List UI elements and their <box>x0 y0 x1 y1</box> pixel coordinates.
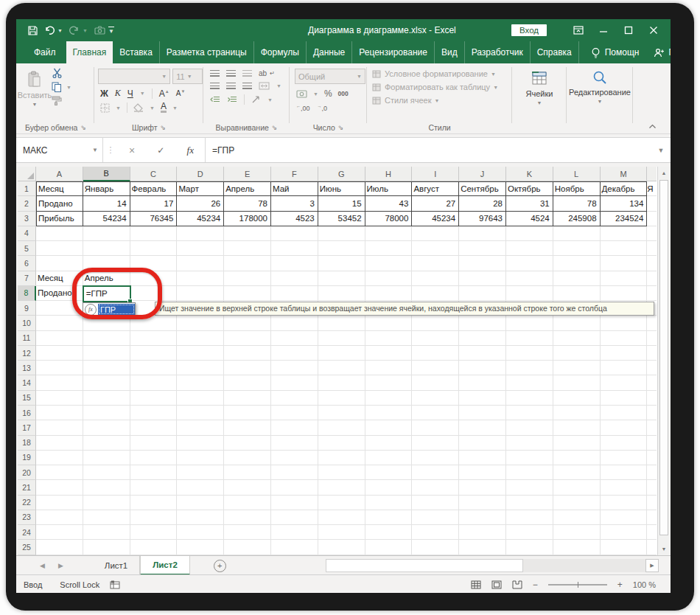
column-header-A[interactable]: A <box>36 167 83 181</box>
cell-I10[interactable] <box>412 316 459 330</box>
cell-C21[interactable] <box>130 480 178 495</box>
cell-J23[interactable] <box>459 510 506 525</box>
cell-E2[interactable]: 78 <box>224 196 271 211</box>
cell-J1[interactable]: Сентябрь <box>459 181 506 196</box>
cell-B25[interactable] <box>83 540 130 555</box>
cell-L10[interactable] <box>553 316 601 330</box>
align-top-icon[interactable] <box>210 70 220 77</box>
cell-H4[interactable] <box>365 226 413 241</box>
column-header-J[interactable]: J <box>459 167 506 181</box>
row-header-3[interactable]: 3 <box>18 212 36 226</box>
cell-I18[interactable] <box>412 436 459 451</box>
cell-J17[interactable] <box>459 420 506 435</box>
cell-D3[interactable]: 45234 <box>177 212 224 226</box>
column-header-H[interactable]: H <box>365 167 413 181</box>
cell-A2[interactable]: Продано <box>36 196 83 211</box>
cell-B14[interactable] <box>83 375 130 390</box>
cell-H25[interactable] <box>365 540 413 555</box>
cell-B2[interactable]: 14 <box>83 196 130 211</box>
cell-L23[interactable] <box>553 510 601 525</box>
cell-H15[interactable] <box>365 391 413 406</box>
cell-E10[interactable] <box>224 316 271 330</box>
cell-I3[interactable]: 45234 <box>412 212 459 226</box>
cell-D16[interactable] <box>177 406 224 420</box>
cell-D14[interactable] <box>177 375 224 390</box>
cell-K16[interactable] <box>506 406 553 420</box>
cell-B24[interactable] <box>83 525 130 540</box>
cell-G18[interactable] <box>318 436 365 451</box>
comma-style-button[interactable]: 000 <box>338 90 349 97</box>
alignment-dialog-launcher-icon[interactable]: ⇘ <box>272 124 278 131</box>
cell-M23[interactable] <box>601 510 648 525</box>
cell-M14[interactable] <box>601 375 648 390</box>
align-right-icon[interactable] <box>242 83 252 89</box>
cell-M22[interactable] <box>601 496 648 510</box>
cell-D1[interactable]: Март <box>177 181 224 196</box>
cell-A21[interactable] <box>36 480 83 495</box>
cell-C1[interactable]: Февраль <box>130 181 178 196</box>
cell-C23[interactable] <box>130 510 178 525</box>
vertical-scrollbar[interactable]: ▲ ▼ <box>657 167 670 555</box>
cell-C25[interactable] <box>130 540 178 555</box>
cell-D4[interactable] <box>177 226 224 241</box>
cell-G16[interactable] <box>318 406 365 420</box>
cell-G19[interactable] <box>318 451 365 465</box>
page-break-view-icon[interactable] <box>512 580 522 589</box>
cell-A18[interactable] <box>36 436 83 451</box>
cell-L5[interactable] <box>553 241 601 256</box>
zoom-slider[interactable] <box>548 584 607 586</box>
cell-D22[interactable] <box>177 496 224 510</box>
cell-C14[interactable] <box>130 375 178 390</box>
cell-F19[interactable] <box>271 451 318 465</box>
cell-F13[interactable] <box>271 361 318 375</box>
cell-F10[interactable] <box>271 316 318 330</box>
cell-K15[interactable] <box>506 391 553 406</box>
bold-button[interactable]: Ж <box>100 88 108 99</box>
undo-dropdown-icon[interactable]: ▼ <box>57 28 63 33</box>
cell-partial-23[interactable] <box>647 510 657 525</box>
row-header-5[interactable]: 5 <box>18 241 36 256</box>
number-format-select[interactable]: Общий▼ <box>295 69 365 84</box>
cell-M2[interactable]: 134 <box>601 196 648 211</box>
cell-A20[interactable] <box>36 465 83 480</box>
cell-F1[interactable]: Май <box>271 181 318 196</box>
row-header-15[interactable]: 15 <box>18 391 36 406</box>
cell-E13[interactable] <box>224 361 271 375</box>
maximize-button[interactable] <box>616 19 641 41</box>
cell-F17[interactable] <box>271 420 318 435</box>
cell-J16[interactable] <box>459 406 506 420</box>
cell-L25[interactable] <box>553 540 601 555</box>
cell-H11[interactable] <box>365 331 413 346</box>
cell-A22[interactable] <box>36 496 83 510</box>
grow-font-button[interactable]: А▲ <box>159 88 169 99</box>
cell-B20[interactable] <box>83 465 130 480</box>
cell-partial-14[interactable] <box>647 375 657 390</box>
percent-style-button[interactable]: % <box>324 88 332 99</box>
cell-partial-19[interactable] <box>647 451 657 465</box>
cell-E20[interactable] <box>224 465 271 480</box>
cell-F2[interactable]: 3 <box>271 196 318 211</box>
cell-C3[interactable]: 76345 <box>130 212 178 226</box>
cell-G25[interactable] <box>318 540 365 555</box>
cell-E1[interactable]: Апрель <box>224 181 271 196</box>
cell-L12[interactable] <box>553 346 601 361</box>
cell-K13[interactable] <box>506 361 553 375</box>
redo-icon[interactable] <box>69 26 80 35</box>
cell-M7[interactable] <box>601 271 648 286</box>
cell-F3[interactable]: 4523 <box>271 212 318 226</box>
cell-M24[interactable] <box>601 525 648 540</box>
enter-icon[interactable]: ✓ <box>157 145 164 156</box>
cell-D12[interactable] <box>177 346 224 361</box>
cell-D24[interactable] <box>177 525 224 540</box>
cell-E3[interactable]: 178000 <box>224 212 271 226</box>
cell-K8[interactable] <box>506 286 553 301</box>
name-box-dropdown-icon[interactable]: ▼ <box>92 147 98 153</box>
cell-M15[interactable] <box>601 391 648 406</box>
cell-C15[interactable] <box>130 391 178 406</box>
column-header-partial[interactable] <box>647 167 657 181</box>
row-header-14[interactable]: 14 <box>18 375 36 390</box>
font-dialog-launcher-icon[interactable]: ⇘ <box>161 124 167 131</box>
cell-L22[interactable] <box>553 496 601 510</box>
cell-I16[interactable] <box>412 406 459 420</box>
sign-in-button[interactable]: Вход <box>511 24 547 36</box>
